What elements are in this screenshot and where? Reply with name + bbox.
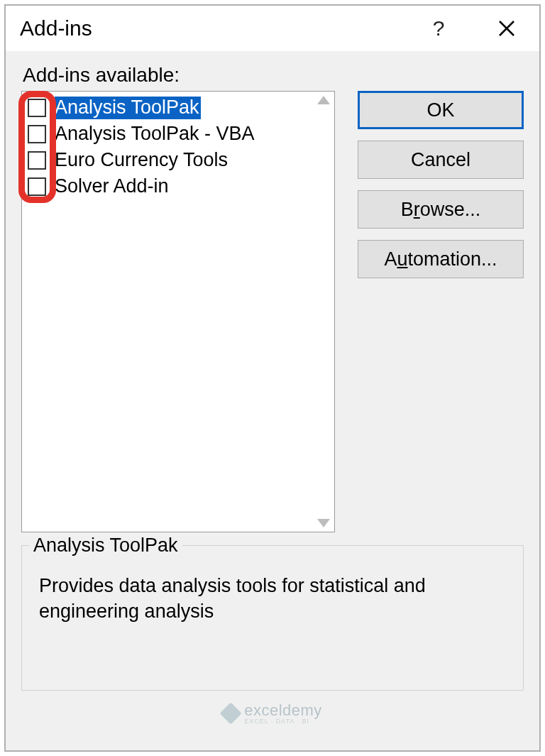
scrollbar[interactable] [313, 92, 334, 532]
dialog-title: Add-ins [20, 16, 419, 40]
list-item-label: Analysis ToolPak - VBA [55, 123, 255, 145]
checkbox[interactable] [28, 125, 46, 143]
titlebar: Add-ins ? [6, 6, 539, 51]
details-legend: Analysis ToolPak [29, 535, 182, 557]
list-item[interactable]: Analysis ToolPak - VBA [22, 121, 313, 147]
list-item[interactable]: Solver Add-in [22, 173, 313, 199]
close-icon [497, 19, 516, 38]
addins-listbox[interactable]: Analysis ToolPak Analysis ToolPak - VBA … [21, 91, 335, 532]
cancel-button[interactable]: Cancel [358, 141, 524, 179]
scroll-up-icon[interactable] [317, 96, 330, 104]
list-item[interactable]: Euro Currency Tools [22, 147, 313, 173]
help-button[interactable]: ? [419, 9, 458, 48]
ok-button[interactable]: OK [358, 91, 524, 129]
button-label: Cancel [411, 149, 470, 171]
addins-dialog: Add-ins ? Add-ins available: Analysis To… [4, 4, 541, 752]
button-label: Browse... [401, 199, 481, 221]
browse-button[interactable]: Browse... [358, 190, 524, 229]
scroll-down-icon[interactable] [317, 519, 330, 527]
automation-button[interactable]: Automation... [358, 240, 524, 278]
watermark-tagline: EXCEL · DATA · BI [244, 718, 322, 725]
details-description: Provides data analysis tools for statist… [35, 566, 510, 626]
dialog-body: Add-ins available: Analysis ToolPak Anal… [6, 51, 539, 750]
button-label: Automation... [384, 248, 497, 270]
list-item[interactable]: Analysis ToolPak [22, 94, 313, 121]
list-item-label: Euro Currency Tools [55, 149, 228, 171]
button-label: OK [426, 99, 454, 121]
close-button[interactable] [487, 9, 527, 48]
watermark-brand: exceldemy [244, 701, 322, 719]
details-groupbox: Analysis ToolPak Provides data analysis … [21, 545, 524, 691]
list-item-label: Analysis ToolPak [55, 97, 201, 119]
list-item-label: Solver Add-in [55, 175, 169, 197]
available-label: Add-ins available: [21, 64, 524, 87]
watermark: exceldemy EXCEL · DATA · BI [223, 701, 322, 725]
checkbox[interactable] [28, 99, 46, 117]
watermark-logo-icon [220, 702, 242, 724]
checkbox[interactable] [28, 177, 46, 196]
checkbox[interactable] [28, 151, 46, 170]
